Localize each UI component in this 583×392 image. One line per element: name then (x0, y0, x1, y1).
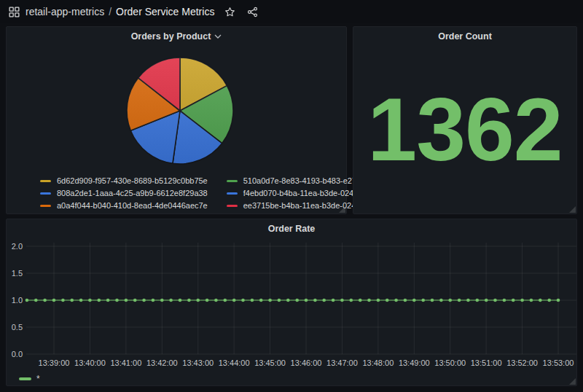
order-rate-legend: * (19, 374, 40, 384)
series-point[interactable] (187, 299, 191, 302)
series-point[interactable] (313, 299, 317, 302)
series-point[interactable] (70, 299, 74, 302)
series-point[interactable] (350, 299, 353, 302)
series-point[interactable] (106, 299, 110, 302)
top-navigation-bar: retail-app-metrics / Order Service Metri… (0, 0, 583, 23)
series-point[interactable] (394, 299, 398, 302)
series-point[interactable] (458, 299, 461, 302)
series-point[interactable] (34, 299, 38, 302)
series-point[interactable] (547, 299, 551, 302)
y-tick-label: 0.5 (12, 323, 23, 332)
x-tick-label: 13:42:00 (146, 358, 178, 367)
breadcrumb-dashboard-title[interactable]: Order Service Metrics (116, 6, 214, 17)
series-point[interactable] (278, 299, 281, 302)
series-point[interactable] (466, 299, 470, 302)
series-point[interactable] (52, 299, 56, 302)
series-point[interactable] (61, 299, 65, 302)
panel-title-order-rate[interactable]: Order Rate (7, 219, 576, 238)
series-point[interactable] (557, 299, 560, 302)
panel-order-rate: Order Rate 0.00.51.01.52.013:39:0013:40:… (6, 219, 577, 386)
series-point[interactable] (539, 299, 542, 302)
panel-resize-handle[interactable] (569, 378, 576, 385)
x-tick-label: 13:39:00 (39, 358, 70, 367)
series-point[interactable] (43, 299, 47, 302)
series-point[interactable] (412, 299, 416, 302)
y-tick-label: 1.0 (12, 296, 23, 305)
series-point[interactable] (259, 299, 263, 302)
series-point[interactable] (476, 299, 480, 302)
series-point[interactable] (530, 299, 533, 302)
legend-label: 6d62d909-f957-430e-8689-b5129c0bb75e (57, 176, 208, 185)
panel-title-orders-by-product[interactable]: Orders by Product (7, 27, 346, 46)
series-point[interactable] (431, 299, 434, 302)
pie-legend: 6d62d909-f957-430e-8689-b5129c0bb75e510a… (40, 176, 396, 210)
series-point[interactable] (169, 299, 173, 302)
legend-swatch (40, 192, 51, 195)
series-point[interactable] (26, 299, 29, 302)
series-point[interactable] (503, 299, 506, 302)
series-point[interactable] (88, 299, 92, 302)
y-tick-label: 1.5 (12, 269, 23, 278)
series-point[interactable] (359, 299, 362, 302)
series-point[interactable] (214, 299, 218, 302)
series-point[interactable] (125, 299, 128, 302)
series-point[interactable] (79, 299, 83, 302)
series-point[interactable] (520, 299, 524, 302)
series-point[interactable] (340, 299, 344, 302)
series-point[interactable] (196, 299, 200, 302)
series-point[interactable] (251, 299, 254, 302)
panel-order-count: Order Count 1362 (353, 26, 577, 214)
series-point[interactable] (332, 299, 335, 302)
legend-label: 808a2de1-1aaa-4c25-a9b9-6612e8f29a38 (57, 189, 208, 197)
series-point[interactable] (367, 299, 371, 302)
series-point[interactable] (286, 299, 290, 302)
series-point[interactable] (179, 299, 182, 302)
panel-resize-handle[interactable] (339, 206, 345, 213)
series-point[interactable] (377, 299, 380, 302)
series-point[interactable] (322, 299, 326, 302)
legend-swatch (227, 180, 238, 182)
series-point[interactable] (404, 299, 407, 302)
series-point[interactable] (142, 299, 146, 302)
legend-swatch (227, 205, 238, 207)
x-tick-label: 13:44:00 (219, 358, 250, 367)
share-icon[interactable] (247, 7, 258, 17)
legend-item[interactable]: a0a4f044-b040-410d-8ead-4de0446aec7e (40, 201, 208, 210)
series-point[interactable] (268, 299, 272, 302)
series-point[interactable] (295, 299, 299, 302)
series-point[interactable] (386, 299, 389, 302)
y-tick-label: 2.0 (12, 242, 23, 251)
series-point[interactable] (133, 299, 137, 302)
series-point[interactable] (206, 299, 209, 302)
series-point[interactable] (152, 299, 155, 302)
chevron-down-icon (214, 34, 222, 39)
order-rate-chart-canvas[interactable]: 0.00.51.01.52.013:39:0013:40:0013:41:001… (7, 219, 578, 387)
series-point[interactable] (421, 299, 425, 302)
series-point[interactable] (439, 299, 443, 302)
panel-orders-by-product: Orders by Product 6d62d909-f957-430e-868… (6, 26, 347, 214)
legend-series-name[interactable]: * (36, 374, 40, 384)
series-point[interactable] (224, 299, 227, 302)
x-tick-label: 13:52:00 (506, 358, 538, 367)
dashboards-grid-icon[interactable] (9, 7, 20, 17)
series-point[interactable] (485, 299, 488, 302)
legend-series-swatch[interactable] (19, 377, 31, 380)
series-point[interactable] (115, 299, 119, 302)
stat-value: 1362 (367, 85, 562, 174)
panel-resize-handle[interactable] (569, 206, 576, 213)
series-point[interactable] (448, 299, 452, 302)
legend-swatch (227, 192, 238, 195)
breadcrumb-folder[interactable]: retail-app-metrics (26, 6, 104, 17)
legend-item[interactable]: 808a2de1-1aaa-4c25-a9b9-6612e8f29a38 (40, 189, 208, 197)
series-point[interactable] (98, 299, 101, 302)
series-point[interactable] (493, 299, 497, 302)
panel-title-order-count[interactable]: Order Count (353, 27, 576, 46)
series-point[interactable] (160, 299, 164, 302)
series-point[interactable] (232, 299, 236, 302)
series-point[interactable] (305, 299, 308, 302)
star-icon[interactable] (224, 7, 235, 17)
legend-item[interactable]: 6d62d909-f957-430e-8689-b5129c0bb75e (40, 176, 208, 185)
series-point[interactable] (512, 299, 515, 302)
panel-title-text: Orders by Product (131, 31, 211, 42)
series-point[interactable] (241, 299, 245, 302)
